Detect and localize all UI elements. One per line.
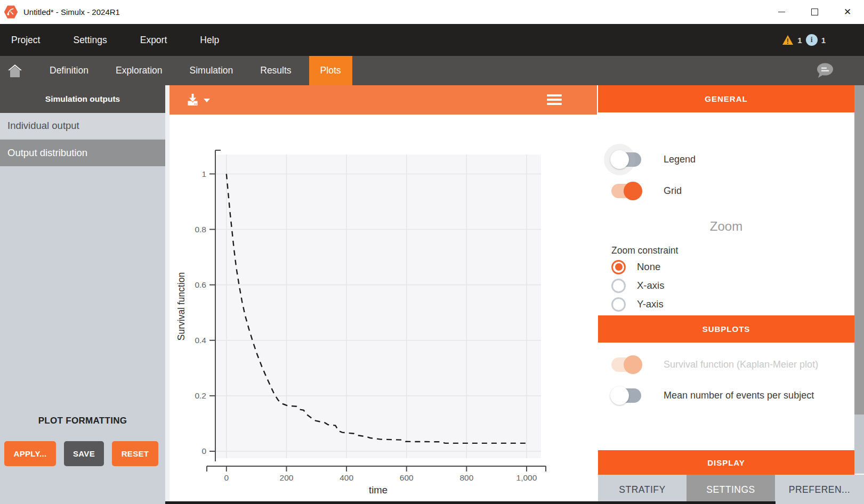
radio-selected-icon[interactable] (611, 260, 626, 274)
minimize-icon (778, 12, 785, 12)
grid-toggle-knob (624, 182, 642, 200)
svg-text:Survival function: Survival function (176, 272, 187, 340)
zoom-constraint-option-none[interactable]: None (611, 259, 660, 274)
speech-bubble-icon (815, 62, 834, 79)
mean-events-toggle-knob (610, 386, 629, 405)
panel-scrollbar[interactable] (854, 85, 864, 474)
menu-help[interactable]: Help (200, 35, 219, 46)
maximize-icon (811, 9, 818, 15)
svg-text:0: 0 (224, 473, 229, 482)
grid-toggle[interactable] (611, 184, 641, 198)
notification-badges: 1 i 1 (782, 24, 826, 56)
mean-events-toggle-label: Mean number of events per subject (664, 390, 814, 401)
legend-toggle-knob (610, 150, 629, 169)
menu-project[interactable]: Project (11, 35, 40, 46)
download-icon (185, 93, 200, 107)
legend-toggle[interactable] (611, 152, 641, 167)
subplots-section-header[interactable]: SUBPLOTS (598, 315, 854, 343)
save-button[interactable]: SAVE (64, 441, 104, 466)
subplots-section-body: Survival function (Kaplan-Meier plot) Me… (598, 343, 854, 450)
svg-text:1,000: 1,000 (516, 473, 537, 482)
tab-plots[interactable]: Plots (309, 56, 352, 85)
feedback-button[interactable] (815, 56, 834, 85)
kaplan-meier-toggle-label: Survival function (Kaplan-Meier plot) (664, 359, 818, 370)
home-button[interactable] (7, 56, 23, 85)
reset-button[interactable]: RESET (112, 441, 158, 466)
radio-unselected-icon[interactable] (611, 297, 626, 312)
download-button[interactable] (185, 90, 215, 110)
minimize-button[interactable] (765, 0, 798, 24)
main-tab-bar: Definition Exploration Simulation Result… (0, 56, 864, 85)
sidebar: Simulation outputs Individual output Out… (0, 85, 165, 504)
plot-menu-button[interactable] (547, 93, 562, 107)
sidebar-item-individual-output[interactable]: Individual output (0, 113, 165, 139)
tab-exploration[interactable]: Exploration (104, 56, 174, 85)
simulx-window: Untitled* - Simulx - 2024R1 ✕ Project Se… (0, 0, 864, 504)
window-bottom-edge (165, 501, 776, 504)
home-icon (7, 64, 22, 78)
mean-events-toggle-row: Mean number of events per subject (611, 388, 814, 403)
display-section-header[interactable]: DISPLAY (598, 450, 854, 475)
radio-none-label: None (637, 261, 660, 273)
menu-export[interactable]: Export (140, 35, 167, 46)
tab-definition[interactable]: Definition (38, 56, 100, 85)
menu-bar: Project Settings Export Help 1 i 1 (0, 24, 864, 56)
panel-bottom-tabs: STRATIFY SETTINGS PREFEREN... (598, 475, 864, 504)
kaplan-meier-toggle-knob (624, 355, 642, 374)
svg-text:time: time (369, 484, 387, 495)
svg-text:0: 0 (201, 446, 206, 456)
km-toggle-row: Survival function (Kaplan-Meier plot) (611, 357, 818, 372)
panel-scrollbar-thumb[interactable] (854, 85, 864, 414)
tab-settings[interactable]: SETTINGS (687, 475, 775, 504)
apply-button[interactable]: APPLY... (4, 441, 56, 466)
info-count: 1 (821, 36, 826, 45)
svg-text:1: 1 (201, 169, 206, 178)
tab-results[interactable]: Results (249, 56, 302, 85)
close-icon: ✕ (844, 7, 851, 17)
radio-x-axis-label: X-axis (637, 280, 664, 291)
svg-text:200: 200 (280, 473, 294, 482)
zoom-constraint-option-y-axis[interactable]: Y-axis (611, 297, 664, 312)
radio-unselected-icon[interactable] (611, 279, 626, 293)
sidebar-gutter (165, 85, 169, 504)
plot-formatting-buttons: APPLY... SAVE RESET (4, 441, 158, 466)
grid-toggle-row: Grid (611, 184, 682, 198)
zoom-constraint-option-x-axis[interactable]: X-axis (611, 278, 664, 293)
info-icon[interactable]: i (806, 34, 818, 46)
tab-stratify[interactable]: STRATIFY (598, 475, 687, 504)
survival-chart[interactable]: 00.20.40.60.8102004006008001,000timeSurv… (169, 115, 597, 504)
mean-events-toggle[interactable] (611, 388, 641, 403)
zoom-section-title: Zoom (598, 219, 854, 234)
plot-panel: 00.20.40.60.8102004006008001,000timeSurv… (169, 85, 597, 504)
window-title: Untitled* - Simulx - 2024R1 (23, 7, 120, 17)
svg-text:0.4: 0.4 (195, 336, 206, 345)
general-section-body: Legend Grid Zoom Zoom constraint None X-… (598, 112, 854, 315)
radio-y-axis-label: Y-axis (637, 298, 664, 310)
general-section-header[interactable]: GENERAL (598, 85, 854, 112)
close-button[interactable]: ✕ (831, 0, 864, 24)
chevron-down-icon (204, 99, 210, 102)
legend-toggle-row: Legend (611, 152, 696, 167)
chart-area: 00.20.40.60.8102004006008001,000timeSurv… (169, 115, 597, 504)
main-content: Simulation outputs Individual output Out… (0, 85, 864, 504)
maximize-button[interactable] (798, 0, 831, 24)
zoom-constraint-label: Zoom constraint (611, 245, 678, 256)
settings-panel: GENERAL Legend Grid Zoom Zoom constraint… (598, 85, 864, 504)
sidebar-item-output-distribution[interactable]: Output distribution (0, 140, 165, 166)
svg-text:0.8: 0.8 (195, 225, 206, 234)
menu-settings[interactable]: Settings (73, 35, 107, 46)
title-bar: Untitled* - Simulx - 2024R1 ✕ (0, 0, 864, 24)
plot-toolbar (169, 85, 597, 115)
warning-icon[interactable] (782, 35, 794, 45)
svg-text:800: 800 (459, 473, 473, 482)
kaplan-meier-toggle (611, 357, 641, 372)
tab-preferences[interactable]: PREFEREN... (775, 475, 864, 504)
warning-count: 1 (797, 36, 802, 45)
plot-formatting-title: PLOT FORMATTING (0, 416, 165, 426)
tab-simulation[interactable]: Simulation (179, 56, 245, 85)
sidebar-header: Simulation outputs (0, 85, 165, 113)
grid-toggle-label: Grid (664, 185, 682, 197)
window-controls: ✕ (765, 0, 864, 24)
svg-text:0.6: 0.6 (195, 280, 206, 289)
svg-text:400: 400 (340, 473, 353, 482)
